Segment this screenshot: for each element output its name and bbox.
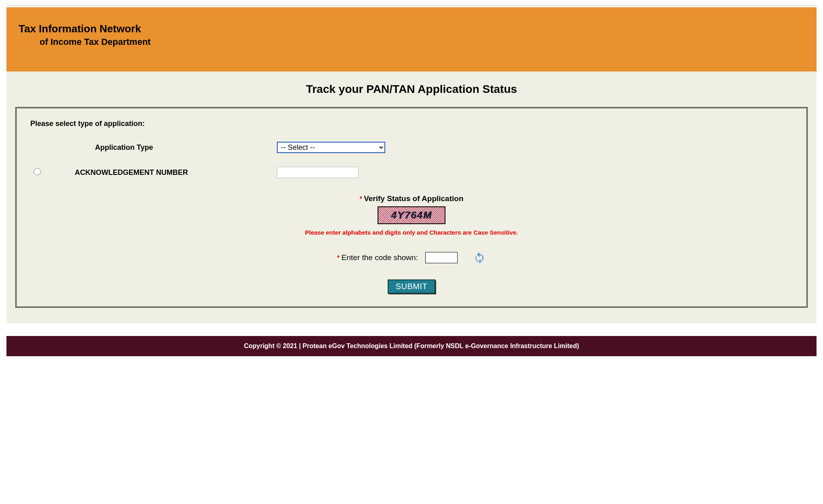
captcha-text: 4Y764M xyxy=(378,210,445,221)
acknowledgement-number-radio[interactable] xyxy=(34,168,41,175)
row-application-type: Application Type -- Select -- xyxy=(30,142,793,153)
form-intro-label: Please select type of application: xyxy=(30,120,793,128)
application-type-select[interactable]: -- Select -- xyxy=(277,142,385,153)
enter-code-label-wrap: * Enter the code shown: xyxy=(337,253,418,262)
enter-code-row: * Enter the code shown: xyxy=(30,251,793,264)
captcha-code-input[interactable] xyxy=(425,252,458,263)
captcha-image: 4Y764M xyxy=(378,206,445,224)
acknowledgement-number-label: ACKNOWLEDGEMENT NUMBER xyxy=(51,168,277,177)
refresh-icon-svg xyxy=(473,252,485,264)
footer: Copyright © 2021 | Protean eGov Technolo… xyxy=(6,336,817,356)
asterisk-icon: * xyxy=(337,254,340,261)
header-title: Tax Information Network xyxy=(19,23,817,35)
verify-title: Verify Status of Application xyxy=(364,194,463,203)
captcha-note: Please enter alphabets and digits only a… xyxy=(30,229,793,236)
acknowledgement-number-input[interactable] xyxy=(277,167,359,178)
application-type-label: Application Type xyxy=(51,143,277,152)
content-area: Track your PAN/TAN Application Status Pl… xyxy=(6,71,817,323)
header-subtitle: of Income Tax Department xyxy=(40,37,817,47)
asterisk-icon: * xyxy=(359,195,362,202)
form-box: Please select type of application: Appli… xyxy=(15,107,808,308)
refresh-icon[interactable] xyxy=(473,251,486,264)
header-band: Tax Information Network of Income Tax De… xyxy=(6,7,817,71)
row-acknowledgement-number: ACKNOWLEDGEMENT NUMBER xyxy=(30,167,793,178)
enter-code-label: Enter the code shown: xyxy=(342,253,418,262)
verify-block: * Verify Status of Application 4Y764M Pl… xyxy=(30,194,793,236)
submit-row: SUBMIT xyxy=(30,279,793,294)
verify-title-line: * Verify Status of Application xyxy=(30,194,793,203)
page-title: Track your PAN/TAN Application Status xyxy=(15,83,808,96)
submit-button[interactable]: SUBMIT xyxy=(388,279,436,294)
